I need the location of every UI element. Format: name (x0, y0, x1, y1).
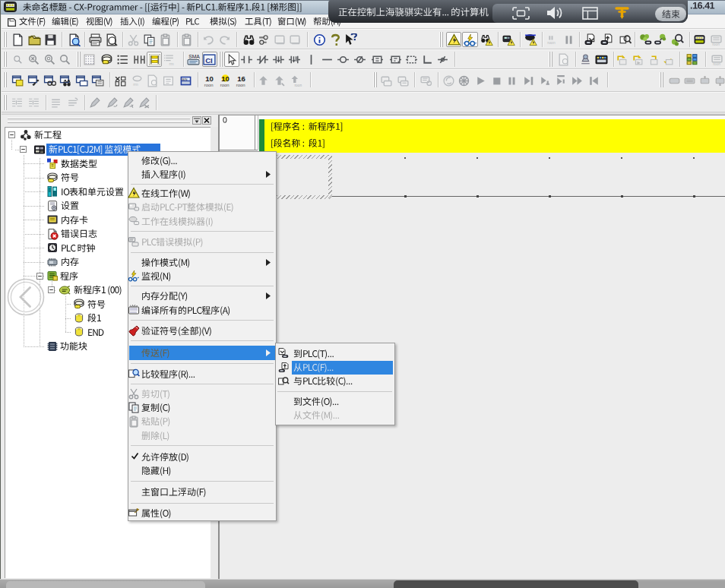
svg-text:10: 10 (221, 74, 230, 83)
svg-text:roon: roon (712, 42, 720, 46)
svg-text:roon: roon (220, 82, 230, 87)
svg-text:CI: CI (206, 55, 214, 64)
svg-text:roon: roon (547, 40, 556, 44)
svg-text:BIN: BIN (182, 77, 188, 81)
svg-text:roon: roon (204, 82, 214, 87)
svg-text:16: 16 (237, 74, 245, 83)
svg-text:rm: rm (169, 61, 175, 65)
svg-text:roon: roon (295, 83, 302, 87)
svg-text:roon: roon (713, 62, 720, 65)
svg-text:roon: roon (236, 82, 245, 87)
svg-text:10: 10 (206, 74, 214, 83)
svg-text:SMA: SMA (189, 54, 201, 59)
svg-text:rrn: rrn (133, 81, 138, 86)
